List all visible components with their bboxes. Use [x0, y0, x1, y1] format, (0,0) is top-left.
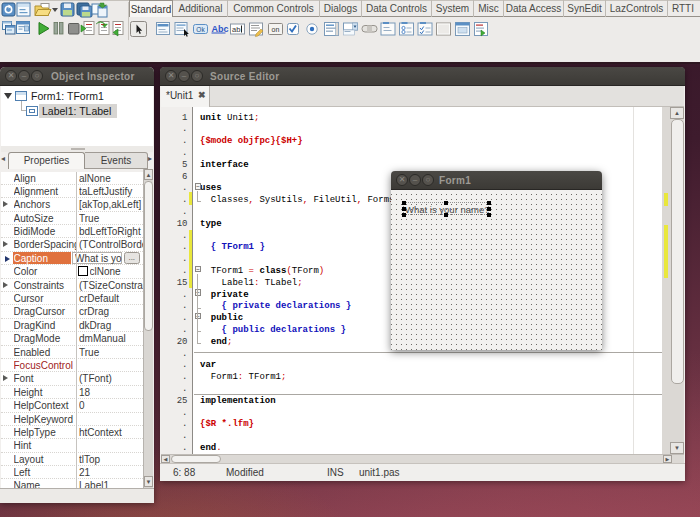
svg-text:on: on	[272, 26, 280, 33]
svg-text:Abc: Abc	[212, 24, 229, 34]
svg-text:Ok: Ok	[196, 26, 205, 33]
svg-text:ab: ab	[232, 25, 240, 34]
